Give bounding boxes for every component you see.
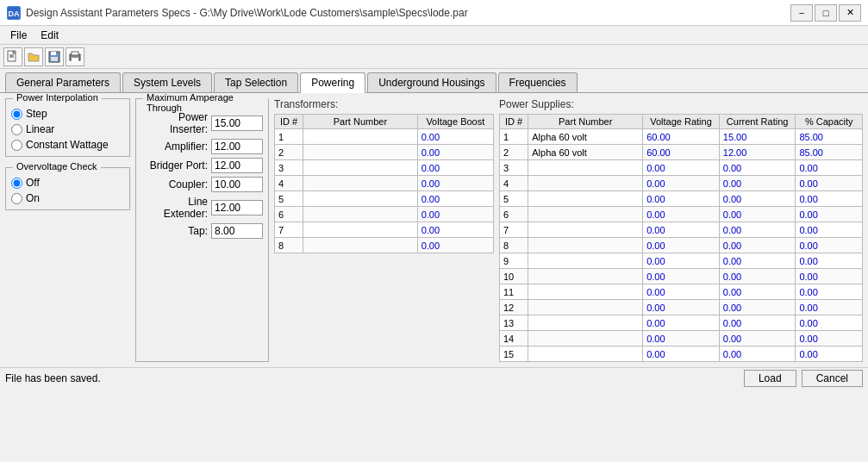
ps-voltage[interactable]: 0.00 bbox=[643, 346, 720, 362]
ps-part[interactable] bbox=[528, 300, 643, 315]
radio-off[interactable]: Off bbox=[11, 177, 124, 189]
close-button[interactable]: ✕ bbox=[839, 4, 861, 22]
ps-current[interactable]: 0.00 bbox=[719, 160, 796, 176]
ps-voltage[interactable]: 0.00 bbox=[643, 331, 720, 346]
tab-underground-housings[interactable]: Underground Housings bbox=[367, 72, 496, 92]
cancel-button[interactable]: Cancel bbox=[802, 370, 863, 387]
ps-current[interactable]: 0.00 bbox=[719, 176, 796, 191]
transformer-part[interactable] bbox=[303, 222, 418, 238]
ps-voltage[interactable]: 0.00 bbox=[643, 207, 720, 222]
transformer-part[interactable] bbox=[303, 129, 418, 145]
ps-current[interactable]: 0.00 bbox=[719, 300, 796, 315]
transformer-voltage[interactable]: 0.00 bbox=[417, 145, 493, 160]
new-button[interactable] bbox=[3, 47, 22, 66]
ps-capacity[interactable]: 0.00 bbox=[796, 238, 863, 253]
ps-voltage[interactable]: 0.00 bbox=[643, 160, 720, 176]
minimize-button[interactable]: − bbox=[790, 4, 813, 22]
transformer-part[interactable] bbox=[303, 176, 418, 191]
ps-capacity[interactable]: 0.00 bbox=[796, 284, 863, 300]
ps-capacity[interactable]: 0.00 bbox=[796, 300, 863, 315]
tab-system-levels[interactable]: System Levels bbox=[122, 72, 212, 92]
ps-part[interactable] bbox=[528, 315, 643, 331]
ps-capacity[interactable]: 0.00 bbox=[796, 191, 863, 207]
open-button[interactable] bbox=[24, 47, 43, 66]
tap-input[interactable] bbox=[211, 223, 263, 239]
print-button[interactable] bbox=[66, 47, 84, 66]
ps-part[interactable] bbox=[528, 191, 643, 207]
transformer-voltage[interactable]: 0.00 bbox=[417, 160, 493, 176]
ps-current[interactable]: 0.00 bbox=[719, 222, 796, 238]
save-button[interactable] bbox=[45, 47, 64, 66]
ps-voltage[interactable]: 0.00 bbox=[643, 191, 720, 207]
tab-powering[interactable]: Powering bbox=[300, 72, 365, 93]
ps-voltage[interactable]: 0.00 bbox=[643, 222, 720, 238]
ps-capacity[interactable]: 0.00 bbox=[796, 346, 863, 362]
tab-general-parameters[interactable]: General Parameters bbox=[5, 72, 121, 92]
radio-constant-wattage[interactable]: Constant Wattage bbox=[11, 139, 124, 151]
ps-part[interactable]: Alpha 60 volt bbox=[528, 129, 643, 145]
transformer-voltage[interactable]: 0.00 bbox=[417, 176, 493, 191]
ps-part[interactable]: Alpha 60 volt bbox=[528, 145, 643, 160]
ps-capacity[interactable]: 0.00 bbox=[796, 176, 863, 191]
ps-part[interactable] bbox=[528, 253, 643, 269]
transformer-part[interactable] bbox=[303, 207, 418, 222]
ps-current[interactable]: 0.00 bbox=[719, 191, 796, 207]
ps-capacity[interactable]: 0.00 bbox=[796, 160, 863, 176]
line-extender-input[interactable] bbox=[211, 200, 263, 215]
transformer-part[interactable] bbox=[303, 191, 418, 207]
ps-current[interactable]: 15.00 bbox=[719, 129, 796, 145]
ps-capacity[interactable]: 0.00 bbox=[796, 331, 863, 346]
menu-file[interactable]: File bbox=[3, 28, 34, 42]
ps-voltage[interactable]: 0.00 bbox=[643, 238, 720, 253]
coupler-input[interactable] bbox=[211, 177, 263, 192]
ps-current[interactable]: 0.00 bbox=[719, 253, 796, 269]
ps-capacity[interactable]: 0.00 bbox=[796, 222, 863, 238]
radio-on[interactable]: On bbox=[11, 192, 124, 204]
ps-current[interactable]: 0.00 bbox=[719, 315, 796, 331]
transformer-voltage[interactable]: 0.00 bbox=[417, 191, 493, 207]
ps-current[interactable]: 12.00 bbox=[719, 145, 796, 160]
ps-part[interactable] bbox=[528, 346, 643, 362]
ps-part[interactable] bbox=[528, 176, 643, 191]
ps-part[interactable] bbox=[528, 284, 643, 300]
ps-capacity[interactable]: 85.00 bbox=[796, 129, 863, 145]
radio-step[interactable]: Step bbox=[11, 108, 124, 120]
ps-current[interactable]: 0.00 bbox=[719, 284, 796, 300]
transformer-voltage[interactable]: 0.00 bbox=[417, 207, 493, 222]
menu-edit[interactable]: Edit bbox=[34, 28, 66, 42]
ps-voltage[interactable]: 0.00 bbox=[643, 253, 720, 269]
amplifier-input[interactable] bbox=[211, 139, 263, 154]
tab-tap-selection[interactable]: Tap Selection bbox=[214, 72, 298, 92]
ps-voltage[interactable]: 0.00 bbox=[643, 300, 720, 315]
ps-capacity[interactable]: 0.00 bbox=[796, 315, 863, 331]
ps-current[interactable]: 0.00 bbox=[719, 207, 796, 222]
ps-part[interactable] bbox=[528, 160, 643, 176]
transformer-voltage[interactable]: 0.00 bbox=[417, 129, 493, 145]
transformer-voltage[interactable]: 0.00 bbox=[417, 222, 493, 238]
radio-linear[interactable]: Linear bbox=[11, 123, 124, 135]
ps-capacity[interactable]: 0.00 bbox=[796, 207, 863, 222]
ps-part[interactable] bbox=[528, 238, 643, 253]
maximize-button[interactable]: □ bbox=[815, 4, 837, 22]
ps-current[interactable]: 0.00 bbox=[719, 331, 796, 346]
transformer-voltage[interactable]: 0.00 bbox=[417, 238, 493, 253]
transformer-part[interactable] bbox=[303, 160, 418, 176]
ps-capacity[interactable]: 0.00 bbox=[796, 269, 863, 284]
ps-current[interactable]: 0.00 bbox=[719, 346, 796, 362]
ps-voltage[interactable]: 60.00 bbox=[643, 145, 720, 160]
ps-capacity[interactable]: 0.00 bbox=[796, 253, 863, 269]
tab-frequencies[interactable]: Frequencies bbox=[498, 72, 578, 92]
load-button[interactable]: Load bbox=[744, 370, 796, 387]
transformer-part[interactable] bbox=[303, 145, 418, 160]
ps-part[interactable] bbox=[528, 207, 643, 222]
ps-capacity[interactable]: 85.00 bbox=[796, 145, 863, 160]
ps-voltage[interactable]: 0.00 bbox=[643, 315, 720, 331]
transformer-part[interactable] bbox=[303, 238, 418, 253]
ps-voltage[interactable]: 0.00 bbox=[643, 284, 720, 300]
ps-voltage[interactable]: 60.00 bbox=[643, 129, 720, 145]
ps-part[interactable] bbox=[528, 269, 643, 284]
ps-voltage[interactable]: 0.00 bbox=[643, 176, 720, 191]
ps-current[interactable]: 0.00 bbox=[719, 269, 796, 284]
bridger-port-input[interactable] bbox=[211, 158, 263, 173]
ps-part[interactable] bbox=[528, 331, 643, 346]
